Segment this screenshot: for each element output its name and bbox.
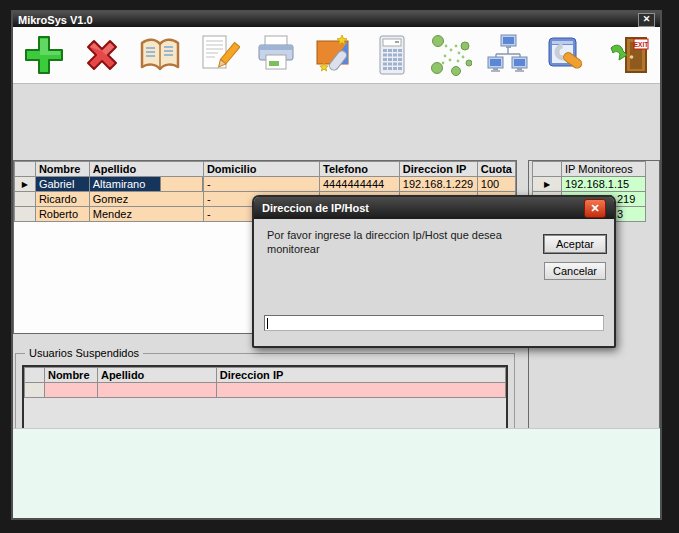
dialog-close-button[interactable]: ✕: [584, 199, 606, 218]
settings-button[interactable]: [543, 32, 589, 78]
text-caret: [267, 318, 268, 329]
document-pencil-icon: [196, 33, 240, 77]
cell[interactable]: Ricardo: [35, 192, 89, 207]
edit-record-button[interactable]: [195, 32, 241, 78]
ip-host-dialog: Direccion de IP/Host ✕ Por favor ingrese…: [252, 195, 616, 348]
window-close-button[interactable]: ✕: [638, 13, 655, 27]
window-title: MikroSys V1.0: [18, 14, 93, 26]
status-panel: [13, 428, 660, 518]
exit-door-icon: EXIT: [607, 33, 651, 77]
cancel-button[interactable]: Cancelar: [544, 262, 606, 280]
row-selector-arrow[interactable]: ▶: [15, 177, 36, 192]
image-effects-button[interactable]: [311, 32, 357, 78]
calculator-button[interactable]: [369, 32, 415, 78]
cell[interactable]: [216, 383, 505, 398]
accept-button[interactable]: Aceptar: [544, 235, 606, 253]
printer-icon: [254, 33, 298, 77]
row-selector-arrow[interactable]: ▶: [533, 177, 562, 192]
col-telefono[interactable]: Telefono: [319, 162, 399, 177]
row-selector[interactable]: [15, 207, 36, 222]
col-apellido[interactable]: Apellido: [97, 368, 216, 383]
cell[interactable]: Gabriel: [35, 177, 89, 192]
window-titlebar[interactable]: MikroSys V1.0 ✕: [13, 12, 660, 27]
dialog-message: Por favor ingrese la direccion Ip/Host q…: [267, 228, 529, 256]
red-x-icon: [80, 33, 124, 77]
groupbox-label: Usuarios Suspendidos: [25, 347, 143, 359]
ip-host-input[interactable]: [264, 315, 604, 331]
ip-grid-header: IP Monitoreos: [533, 162, 646, 177]
table-row: ▶ 192.168.1.15: [533, 177, 646, 192]
col-cuota[interactable]: Cuota: [477, 162, 515, 177]
open-book-icon: [138, 33, 182, 77]
cell[interactable]: 4444444444: [319, 177, 399, 192]
row-selector[interactable]: [25, 383, 45, 398]
cell[interactable]: -: [203, 177, 319, 192]
records-book-button[interactable]: [137, 32, 183, 78]
table-row: ▶ Gabriel Altamirano - 4444444444 192.16…: [15, 177, 516, 192]
picture-wand-icon: [312, 33, 356, 77]
dialog-body: Por favor ingrese la direccion Ip/Host q…: [254, 219, 614, 346]
users-grid-header: Nombre Apellido Domicilio Telefono Direc…: [15, 162, 516, 177]
cell[interactable]: 192.168.1.15: [562, 177, 646, 192]
main-toolbar: EXIT: [13, 27, 660, 84]
computers-network-icon: [486, 33, 530, 77]
plus-icon: [22, 33, 66, 77]
col-nombre[interactable]: Nombre: [35, 162, 89, 177]
col-nombre[interactable]: Nombre: [44, 368, 97, 383]
calculator-icon: [370, 33, 414, 77]
cell[interactable]: 100: [477, 177, 515, 192]
desktop-background: MikroSys V1.0 ✕: [0, 0, 679, 533]
app-wrench-icon: [544, 33, 588, 77]
cell[interactable]: Roberto: [35, 207, 89, 222]
add-user-button[interactable]: [21, 32, 67, 78]
row-selector-header[interactable]: [15, 162, 36, 177]
col-domicilio[interactable]: Domicilio: [203, 162, 319, 177]
col-direccion-ip[interactable]: Direccion IP: [399, 162, 477, 177]
ping-nodes-button[interactable]: [427, 32, 473, 78]
row-selector-header[interactable]: [25, 368, 45, 383]
cell[interactable]: Altamirano: [89, 177, 203, 192]
table-row: [25, 383, 506, 398]
suspended-grid-header: Nombre Apellido Direccion IP: [25, 368, 506, 383]
dialog-title: Direccion de IP/Host: [262, 202, 369, 214]
network-computers-button[interactable]: [485, 32, 531, 78]
row-selector[interactable]: [15, 192, 36, 207]
print-button[interactable]: [253, 32, 299, 78]
cell[interactable]: Mendez: [89, 207, 203, 222]
delete-user-button[interactable]: [79, 32, 125, 78]
svg-text:EXIT: EXIT: [634, 41, 648, 48]
col-ip-monitoreos[interactable]: IP Monitoreos: [562, 162, 646, 177]
row-selector-header[interactable]: [533, 162, 562, 177]
cell[interactable]: Gomez: [89, 192, 203, 207]
exit-button[interactable]: EXIT: [606, 32, 652, 78]
cell[interactable]: [44, 383, 97, 398]
cell[interactable]: 192.168.1.229: [399, 177, 477, 192]
col-direccion-ip[interactable]: Direccion IP: [216, 368, 505, 383]
cell[interactable]: [97, 383, 216, 398]
green-nodes-icon: [428, 33, 472, 77]
col-apellido[interactable]: Apellido: [89, 162, 203, 177]
dialog-titlebar[interactable]: Direccion de IP/Host ✕: [254, 197, 614, 219]
